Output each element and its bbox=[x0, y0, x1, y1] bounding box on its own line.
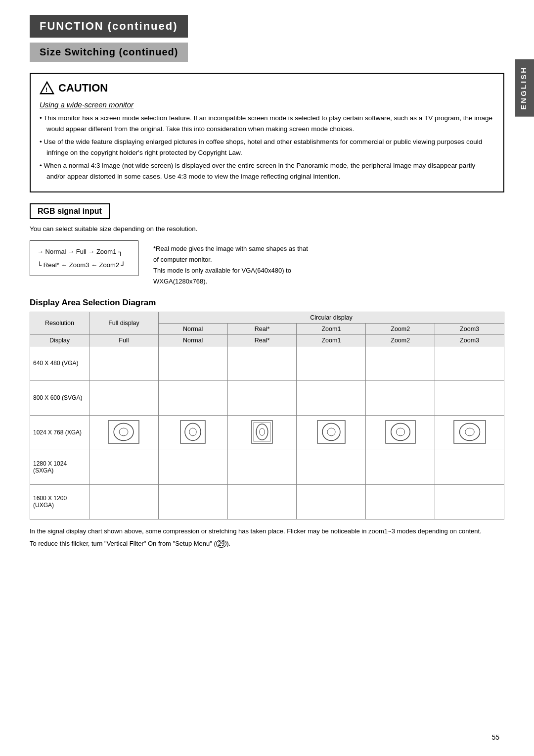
monitor-cell-2-3 bbox=[297, 415, 366, 450]
monitor-cell-0-1 bbox=[158, 346, 227, 380]
size-switching-header: Size Switching (continued) bbox=[30, 43, 188, 62]
bottom-notes: In the signal display chart shown above,… bbox=[30, 526, 504, 549]
monitor-cell-3-3 bbox=[297, 450, 366, 484]
rgb-signal-box: RGB signal input bbox=[30, 203, 110, 219]
table-row: 1600 X 1200 (UXGA) bbox=[30, 484, 504, 519]
svg-text:!: ! bbox=[45, 86, 47, 94]
th-full: Full bbox=[89, 334, 159, 346]
table-row: 800 X 600 (SVGA) bbox=[30, 380, 504, 415]
svg-rect-18 bbox=[454, 421, 486, 443]
monitor-cell-1-5 bbox=[435, 380, 504, 415]
flow-note-2: of computer monitor. bbox=[153, 254, 308, 265]
resolution-text: You can select suitable size depending o… bbox=[30, 225, 504, 233]
monitor-cell-4-1 bbox=[158, 484, 227, 519]
caution-bullet-1: • This monitor has a screen mode selecti… bbox=[40, 113, 494, 134]
table-header-row1: Resolution Full display Circular display bbox=[30, 312, 504, 323]
th-full-display: Full display bbox=[89, 312, 159, 334]
monitor-cell-2-5 bbox=[435, 415, 504, 450]
th-zoom2: Zoom2 bbox=[366, 323, 435, 334]
monitor-cell-3-2 bbox=[227, 450, 297, 484]
svg-point-19 bbox=[459, 424, 480, 441]
monitor-cell-4-5 bbox=[435, 484, 504, 519]
caution-title: ! CAUTION bbox=[40, 81, 494, 95]
caution-label: CAUTION bbox=[58, 82, 108, 94]
svg-point-17 bbox=[396, 428, 404, 436]
svg-rect-15 bbox=[386, 421, 415, 443]
svg-point-14 bbox=[327, 428, 335, 436]
svg-point-3 bbox=[114, 424, 134, 441]
caution-subtitle: Using a wide-screen monitor bbox=[40, 100, 494, 109]
monitor-cell-3-4 bbox=[366, 450, 435, 484]
th-normal-sub: Normal bbox=[158, 334, 227, 346]
diagram-title: Display Area Selection Diagram bbox=[30, 298, 504, 308]
monitor-cell-4-0 bbox=[89, 484, 159, 519]
flow-diagram: → Normal → Full → Zoom1 ┐ └ Real* ← Zoom… bbox=[30, 240, 504, 287]
svg-point-4 bbox=[119, 428, 128, 436]
table-row: 640 X 480 (VGA) bbox=[30, 346, 504, 380]
svg-point-6 bbox=[185, 424, 201, 441]
svg-rect-12 bbox=[317, 421, 345, 443]
th-resolution: Resolution bbox=[30, 312, 89, 334]
th-zoom3-sub: Zoom3 bbox=[435, 334, 504, 346]
monitor-cell-0-4 bbox=[366, 346, 435, 380]
flow-line-1: → Normal → Full → Zoom1 ┐ bbox=[37, 246, 131, 257]
res-label-4: 1600 X 1200 (UXGA) bbox=[30, 484, 89, 519]
svg-point-16 bbox=[391, 424, 410, 441]
monitor-cell-3-0 bbox=[89, 450, 159, 484]
table-row: 1024 X 768 (XGA) bbox=[30, 415, 504, 450]
table-row: 1280 X 1024 (SXGA) bbox=[30, 450, 504, 484]
svg-rect-5 bbox=[180, 421, 205, 443]
page-number: 55 bbox=[491, 733, 499, 741]
flow-note-3: This mode is only available for VGA(640x… bbox=[153, 265, 308, 276]
caution-triangle-icon: ! bbox=[40, 81, 54, 95]
table-subheader-row: Display Full Normal Real* Zoom1 Zoom2 Zo… bbox=[30, 334, 504, 346]
th-zoom1-sub: Zoom1 bbox=[297, 334, 366, 346]
monitor-cell-1-3 bbox=[297, 380, 366, 415]
monitor-cell-4-2 bbox=[227, 484, 297, 519]
monitor-cell-2-2 bbox=[227, 415, 297, 450]
function-header: FUNCTION (continued) bbox=[30, 15, 188, 38]
caution-box: ! CAUTION Using a wide-screen monitor • … bbox=[30, 73, 504, 192]
res-label-1: 800 X 600 (SVGA) bbox=[30, 380, 89, 415]
monitor-cell-2-1 bbox=[158, 415, 227, 450]
bottom-note-1: In the signal display chart shown above,… bbox=[30, 526, 504, 537]
svg-point-20 bbox=[465, 428, 474, 436]
th-circular-display: Circular display bbox=[158, 312, 504, 323]
svg-point-9 bbox=[256, 424, 268, 440]
th-normal: Normal bbox=[158, 323, 227, 334]
th-zoom3: Zoom3 bbox=[435, 323, 504, 334]
res-label-3: 1280 X 1024 (SXGA) bbox=[30, 450, 89, 484]
th-zoom1: Zoom1 bbox=[297, 323, 366, 334]
caution-body: • This monitor has a screen mode selecti… bbox=[40, 113, 494, 182]
monitor-cell-4-4 bbox=[366, 484, 435, 519]
flow-line-2: └ Real* ← Zoom3 ← Zoom2 ┘ bbox=[37, 259, 131, 271]
monitor-cell-1-0 bbox=[89, 380, 159, 415]
th-real-sub: Real* bbox=[227, 334, 297, 346]
th-zoom2-sub: Zoom2 bbox=[366, 334, 435, 346]
res-label-0: 640 X 480 (VGA) bbox=[30, 346, 89, 380]
svg-point-13 bbox=[322, 424, 340, 441]
caution-bullet-2: • Use of the wide feature displaying enl… bbox=[40, 137, 494, 158]
monitor-cell-2-0 bbox=[89, 415, 159, 450]
display-table: Resolution Full display Circular display… bbox=[30, 312, 504, 520]
caution-bullet-3: • When a normal 4:3 image (not wide scre… bbox=[40, 160, 494, 182]
flow-right-notes: *Real mode gives the image with same sha… bbox=[153, 240, 308, 287]
res-label-2: 1024 X 768 (XGA) bbox=[30, 415, 89, 450]
monitor-cell-3-1 bbox=[158, 450, 227, 484]
table-body: 640 X 480 (VGA)800 X 600 (SVGA)1024 X 76… bbox=[30, 346, 504, 519]
monitor-cell-0-2 bbox=[227, 346, 297, 380]
svg-rect-2 bbox=[108, 421, 139, 443]
th-display: Display bbox=[30, 334, 89, 346]
flow-left-box: → Normal → Full → Zoom1 ┐ └ Real* ← Zoom… bbox=[30, 240, 138, 277]
monitor-cell-1-1 bbox=[158, 380, 227, 415]
monitor-cell-0-3 bbox=[297, 346, 366, 380]
monitor-cell-2-4 bbox=[366, 415, 435, 450]
monitor-cell-1-2 bbox=[227, 380, 297, 415]
svg-point-7 bbox=[189, 428, 196, 436]
side-tab-english: ENGLISH bbox=[515, 59, 534, 117]
monitor-cell-0-0 bbox=[89, 346, 159, 380]
bottom-note-2: To reduce this flicker, turn "Vertical F… bbox=[30, 539, 504, 549]
monitor-cell-4-3 bbox=[297, 484, 366, 519]
monitor-cell-0-5 bbox=[435, 346, 504, 380]
monitor-cell-1-4 bbox=[366, 380, 435, 415]
